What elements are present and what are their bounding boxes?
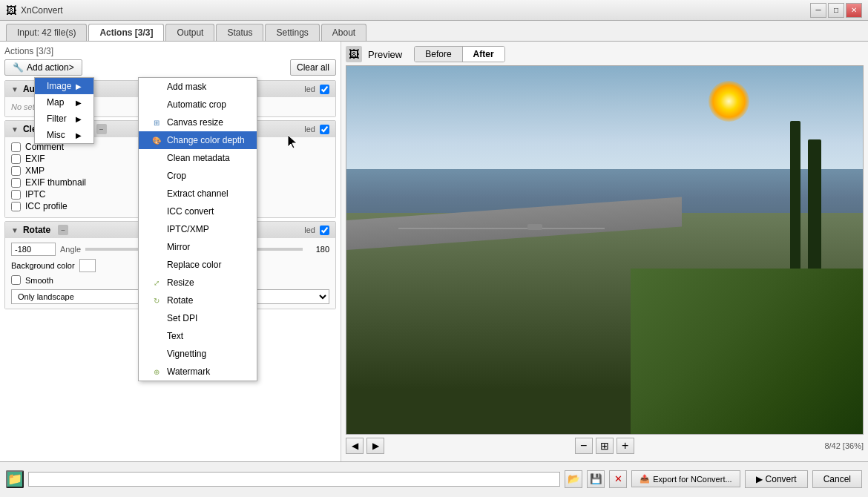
color-depth-icon: 🎨 <box>151 134 162 146</box>
menu-iptc-xmp[interactable]: IPTC/XMP <box>139 220 257 238</box>
preview-image-container <box>346 65 864 435</box>
cancel-button[interactable]: Cancel <box>812 470 862 488</box>
exif-thumb-label: EXIF thumbnail <box>25 177 86 188</box>
rotate-max-label: 180 <box>307 245 329 254</box>
menu-crop[interactable]: Crop <box>139 167 257 185</box>
xmp-label: XMP <box>25 165 45 176</box>
preview-icon: 🖼 <box>346 46 362 62</box>
menu-set-dpi[interactable]: Set DPI <box>139 309 257 327</box>
text-label: Text <box>167 331 183 341</box>
rotate-enabled-check[interactable] <box>320 226 329 235</box>
menu-auto-crop[interactable]: Automatic crop <box>139 96 257 113</box>
exif-checkbox[interactable] <box>11 154 21 164</box>
replace-color-label: Replace color <box>167 260 221 270</box>
convert-button[interactable]: ▶ Convert <box>745 470 808 488</box>
tab-output[interactable]: Output <box>165 24 214 41</box>
smooth-checkbox[interactable] <box>11 275 21 285</box>
clean-metadata-remove[interactable]: − <box>96 124 107 134</box>
map-menu-label: Map <box>47 97 64 108</box>
vignetting-label: Vignetting <box>167 349 206 359</box>
zoom-in-button[interactable]: + <box>617 438 634 454</box>
canvas-resize-icon: ⊞ <box>151 116 162 128</box>
save-button[interactable]: 💾 <box>587 470 605 488</box>
filter-menu-label: Filter <box>47 113 67 124</box>
icc-checkbox[interactable] <box>11 202 21 211</box>
set-dpi-label: Set DPI <box>167 313 197 323</box>
replace-color-icon <box>151 259 162 271</box>
export-button[interactable]: 📤 Export for NConvert... <box>631 470 740 487</box>
delete-button[interactable]: ✕ <box>609 470 627 488</box>
menu-change-color-depth[interactable]: 🎨 Change color depth <box>139 131 257 149</box>
menu-filter[interactable]: Filter ▶ <box>35 111 93 127</box>
menu-mirror[interactable]: Mirror <box>139 238 257 256</box>
right-panel: 🖼 Preview Before After <box>341 42 868 461</box>
menu-icc-convert[interactable]: ICC convert <box>139 203 257 220</box>
menu-watermark[interactable]: ⊕ Watermark <box>139 363 257 381</box>
comment-checkbox[interactable] <box>11 142 21 152</box>
menu-map[interactable]: Map ▶ <box>35 94 93 111</box>
menu-add-mask[interactable]: Add mask <box>139 78 257 96</box>
menu-vignetting[interactable]: Vignetting <box>139 345 257 363</box>
add-mask-label: Add mask <box>167 82 206 92</box>
menu-replace-color[interactable]: Replace color <box>139 256 257 274</box>
exif-label: EXIF <box>25 154 45 164</box>
folder-icon-button[interactable]: 📁 <box>6 470 24 488</box>
resize-label: Resize <box>167 277 194 288</box>
crop-icon <box>151 170 162 182</box>
clear-all-button[interactable]: Clear all <box>290 59 336 76</box>
maximize-button[interactable]: □ <box>828 3 844 18</box>
tab-status[interactable]: Status <box>216 24 263 41</box>
canvas-resize-label: Canvas resize <box>167 117 223 128</box>
menu-misc[interactable]: Misc ▶ <box>35 127 93 143</box>
preview-tab-after[interactable]: After <box>463 47 504 62</box>
close-button[interactable]: ✕ <box>846 3 862 18</box>
rotate-remove[interactable]: − <box>58 225 68 235</box>
extract-channel-icon <box>151 188 162 200</box>
bottom-bar: 📁 📂 💾 ✕ 📤 Export for NConvert... ▶ Conve… <box>0 461 868 496</box>
tab-input[interactable]: Input: 42 file(s) <box>6 24 87 41</box>
next-button[interactable]: ▶ <box>366 438 384 454</box>
tab-actions[interactable]: Actions [3/3] <box>88 24 164 41</box>
add-action-button[interactable]: 🔧 Add action> <box>4 59 82 76</box>
tab-bar: Input: 42 file(s) Actions [3/3] Output S… <box>0 21 868 42</box>
menu-clean-metadata[interactable]: Clean metadata <box>139 149 257 167</box>
bg-color-label: Background color <box>11 261 75 270</box>
menu-text[interactable]: Text <box>139 327 257 345</box>
preview-tab-before[interactable]: Before <box>415 47 462 62</box>
auto-crop-label: Automatic crop <box>167 99 226 110</box>
path-input[interactable] <box>28 472 560 487</box>
xmp-checkbox[interactable] <box>11 166 21 176</box>
menu-extract-channel[interactable]: Extract channel <box>139 185 257 203</box>
vegetation-layer <box>631 269 863 434</box>
automatic-enabled-check[interactable] <box>320 85 329 94</box>
resize-icon: ⤢ <box>151 277 162 289</box>
minimize-button[interactable]: ─ <box>810 3 826 18</box>
menu-rotate[interactable]: ↻ Rotate <box>139 292 257 309</box>
rotate-min-input[interactable] <box>11 243 56 256</box>
auto-crop-icon <box>151 99 162 111</box>
zoom-out-button[interactable]: − <box>575 438 593 454</box>
color-depth-label: Change color depth <box>167 135 245 145</box>
preview-nav: ◀ ▶ − ⊞ + 8/42 [36%] <box>346 435 864 457</box>
prev-button[interactable]: ◀ <box>346 438 364 454</box>
menu-canvas-resize[interactable]: ⊞ Canvas resize <box>139 113 257 131</box>
tab-about[interactable]: About <box>321 24 366 41</box>
car-shape <box>527 224 542 230</box>
icc-convert-icon <box>151 205 162 217</box>
tab-settings[interactable]: Settings <box>265 24 319 41</box>
bg-color-picker[interactable] <box>79 259 96 272</box>
browse-button[interactable]: 📂 <box>565 470 582 488</box>
fit-button[interactable]: ⊞ <box>596 438 614 454</box>
add-action-menu: Image ▶ Map ▶ Filter ▶ Misc ▶ <box>34 77 94 144</box>
filter-submenu-arrow: ▶ <box>76 115 82 123</box>
watermark-icon: ⊕ <box>151 366 162 378</box>
map-submenu-arrow: ▶ <box>76 99 82 107</box>
menu-resize[interactable]: ⤢ Resize <box>139 274 257 292</box>
iptc-label: IPTC <box>25 189 45 200</box>
iptc-checkbox[interactable] <box>11 190 21 200</box>
menu-image[interactable]: Image ▶ <box>35 78 93 94</box>
rotate-enabled-label: led <box>304 226 315 234</box>
exif-thumb-checkbox[interactable] <box>11 178 21 188</box>
clean-metadata-enabled-check[interactable] <box>320 125 329 134</box>
zoom-controls: − ⊞ + <box>575 438 634 454</box>
